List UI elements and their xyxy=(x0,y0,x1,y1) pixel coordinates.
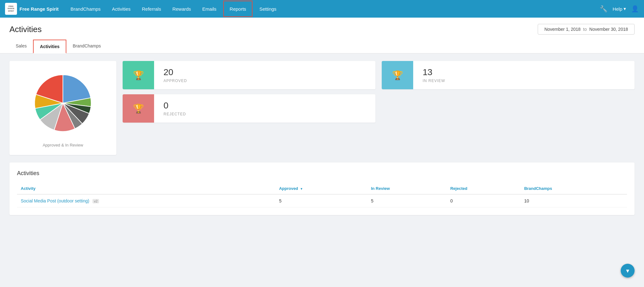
table-section: Activities Activity Approved ▾ In Review… xyxy=(9,163,635,215)
wrench-icon[interactable]: 🔧 xyxy=(600,5,608,13)
activity-name-cell[interactable]: Social Media Post (outdoor setting) v2 xyxy=(17,194,275,207)
approved-number: 20 xyxy=(164,67,187,77)
pie-chart-card: Approved & In Review xyxy=(9,61,116,155)
approved-cell: 5 xyxy=(275,194,367,207)
brand-name: Free Range Spirit xyxy=(19,6,58,12)
sort-arrow-icon: ▾ xyxy=(301,187,302,190)
rejected-icon-box: 🏆 xyxy=(123,94,154,123)
nav-reports[interactable]: Reports xyxy=(223,1,253,17)
stats-section: Approved & In Review 🏆 20 APPROVED 🏆 xyxy=(9,61,635,155)
nav-right: 🔧 Help ▾ 👤 xyxy=(600,5,639,13)
rejected-card: 🏆 0 REJECTED xyxy=(123,94,375,123)
tab-sales[interactable]: Sales xyxy=(9,40,33,53)
right-stat-col: 🏆 13 IN REVIEW xyxy=(382,61,635,155)
main-content: Approved & In Review 🏆 20 APPROVED 🏆 xyxy=(0,53,644,223)
rejected-info: 0 REJECTED xyxy=(154,94,195,123)
date-end: November 30, 2018 xyxy=(589,27,628,32)
table-body: Social Media Post (outdoor setting) v2 5… xyxy=(17,194,627,207)
page-header: Activities November 1, 2018 to November … xyxy=(0,18,644,53)
col-rejected[interactable]: Rejected xyxy=(447,183,520,194)
approved-info: 20 APPROVED xyxy=(154,61,197,89)
tabs: Sales Activities BrandChamps xyxy=(9,40,635,53)
rejected-cell: 0 xyxy=(447,194,520,207)
date-range-picker[interactable]: November 1, 2018 to November 30, 2018 xyxy=(538,24,635,35)
trophy-icon-rejected: 🏆 xyxy=(133,103,144,114)
pie-label: Approved & In Review xyxy=(43,143,83,147)
in-review-card: 🏆 13 IN REVIEW xyxy=(382,61,635,89)
col-activity[interactable]: Activity xyxy=(17,183,275,194)
pie-chart xyxy=(28,69,97,138)
table-head: Activity Approved ▾ In Review Rejected B… xyxy=(17,183,627,194)
nav-activities[interactable]: Activities xyxy=(106,0,136,18)
page-title: Activities xyxy=(9,25,42,34)
nav-links: BrandChamps Activities Referrals Rewards… xyxy=(65,0,600,18)
help-chevron-icon: ▾ xyxy=(624,6,626,12)
in-review-info: 13 IN REVIEW xyxy=(413,61,455,89)
date-start: November 1, 2018 xyxy=(544,27,580,32)
date-to-label: to xyxy=(583,27,587,32)
tab-brandchamps[interactable]: BrandChamps xyxy=(66,40,107,53)
nav-settings[interactable]: Settings xyxy=(254,0,282,18)
in-review-number: 13 xyxy=(423,67,445,77)
col-in-review[interactable]: In Review xyxy=(367,183,447,194)
nav-emails[interactable]: Emails xyxy=(197,0,222,18)
tab-activities[interactable]: Activities xyxy=(33,40,66,53)
col-approved[interactable]: Approved ▾ xyxy=(275,183,367,194)
approved-icon-box: 🏆 xyxy=(123,61,154,89)
table-row: Social Media Post (outdoor setting) v2 5… xyxy=(17,194,627,207)
rejected-label: REJECTED xyxy=(164,112,186,116)
help-menu[interactable]: Help ▾ xyxy=(613,6,626,12)
in-review-label: IN REVIEW xyxy=(423,79,445,83)
trophy-icon-approved: 🏆 xyxy=(133,70,144,80)
in-review-cell: 5 xyxy=(367,194,447,207)
activities-table: Activity Approved ▾ In Review Rejected B… xyxy=(17,183,627,207)
brand-logo: FREE RANGE SPIRIT xyxy=(5,3,17,15)
approved-label: APPROVED xyxy=(164,79,187,83)
trophy-icon-review: 🏆 xyxy=(392,70,403,80)
nav-rewards[interactable]: Rewards xyxy=(167,0,197,18)
section-title: Activities xyxy=(17,170,627,177)
status-cards-col: 🏆 20 APPROVED 🏆 0 REJECTED xyxy=(123,61,375,155)
navbar: FREE RANGE SPIRIT Free Range Spirit Bran… xyxy=(0,0,644,18)
in-review-icon-box: 🏆 xyxy=(382,61,413,89)
user-icon[interactable]: 👤 xyxy=(631,5,639,13)
brandchamps-cell: 10 xyxy=(520,194,627,207)
nav-brandchamps[interactable]: BrandChamps xyxy=(65,0,106,18)
col-brandchamps[interactable]: BrandChamps xyxy=(520,183,627,194)
brand-link[interactable]: FREE RANGE SPIRIT Free Range Spirit xyxy=(5,3,58,15)
rejected-number: 0 xyxy=(164,101,186,111)
nav-referrals[interactable]: Referrals xyxy=(136,0,167,18)
version-badge: v2 xyxy=(92,199,99,203)
approved-card: 🏆 20 APPROVED xyxy=(123,61,375,89)
page-header-top: Activities November 1, 2018 to November … xyxy=(9,24,635,35)
